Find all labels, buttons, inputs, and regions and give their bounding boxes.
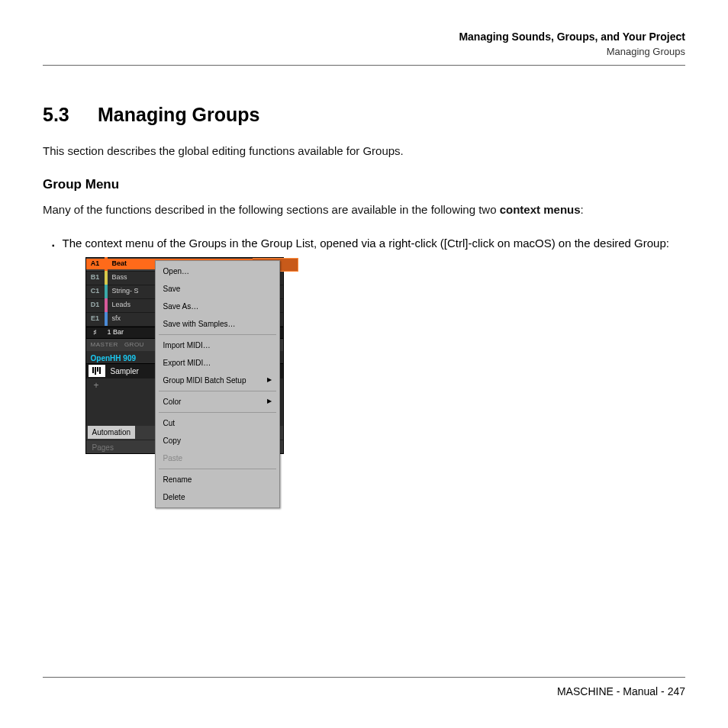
screenshot: Pattern 2 A1BeatB1BassC1String- SD1Leads… <box>85 257 284 454</box>
automation-tab[interactable]: Automation <box>88 426 136 439</box>
group-slot[interactable]: E1 <box>86 314 105 324</box>
menu-item-label: Paste <box>163 453 183 464</box>
group-menu-text-c: : <box>581 203 584 216</box>
page-footer: MASCHINE - Manual - 247 <box>43 677 685 697</box>
sampler-label: Sampler <box>108 366 139 377</box>
bar-label: 1 Bar <box>105 327 124 338</box>
grid-icon: ♯ <box>86 327 105 338</box>
chevron-right-icon: ▶ <box>267 397 272 406</box>
group-slot[interactable]: B1 <box>86 272 105 283</box>
menu-item[interactable]: Save with Samples… <box>156 315 279 333</box>
group-menu-heading: Group Menu <box>43 177 685 192</box>
menu-item[interactable]: Open… <box>156 263 279 280</box>
menu-item-label: Copy <box>163 435 181 446</box>
section-heading: 5.3Managing Groups <box>43 104 685 126</box>
page-header: Managing Sounds, Groups, and Your Projec… <box>43 31 685 66</box>
header-chapter: Managing Sounds, Groups, and Your Projec… <box>43 31 685 43</box>
menu-separator <box>159 412 276 413</box>
menu-item-label: Rename <box>163 474 192 485</box>
menu-item: Paste <box>156 449 279 467</box>
group-slot[interactable]: D1 <box>86 300 105 311</box>
menu-separator <box>159 334 276 335</box>
menu-item-label: Open… <box>163 266 189 277</box>
group-menu-text-b: context menus <box>500 203 581 216</box>
menu-item[interactable]: Rename <box>156 471 279 488</box>
menu-item[interactable]: Group MIDI Batch Setup▶ <box>156 372 279 389</box>
menu-item[interactable]: Save <box>156 280 279 298</box>
menu-item[interactable]: Export MIDI… <box>156 354 279 372</box>
section-title: Managing Groups <box>98 104 260 125</box>
menu-item-label: Save <box>163 283 181 295</box>
menu-item-label: Export MIDI… <box>163 357 211 369</box>
menu-item[interactable]: Cut <box>156 414 279 432</box>
bullet-text: The context menu of the Groups in the Gr… <box>63 235 685 253</box>
menu-item-label: Save with Samples… <box>163 318 236 330</box>
group-menu-text-a: Many of the functions described in the f… <box>43 203 500 216</box>
menu-item[interactable]: Copy <box>156 432 279 449</box>
menu-item-label: Import MIDI… <box>163 340 211 351</box>
context-menu[interactable]: Open…SaveSave As…Save with Samples…Impor… <box>155 260 280 508</box>
intro-paragraph: This section describes the global editin… <box>43 143 685 160</box>
menu-item[interactable]: Import MIDI… <box>156 337 279 354</box>
section-number: 5.3 <box>43 104 98 126</box>
menu-item-label: Cut <box>163 417 176 429</box>
menu-item-label: Delete <box>163 491 185 503</box>
chevron-right-icon: ▶ <box>267 375 272 385</box>
menu-item[interactable]: Delete <box>156 488 279 506</box>
menu-separator <box>159 469 276 469</box>
menu-item-label: Group MIDI Batch Setup <box>163 375 246 386</box>
bullet-content: The context menu of the Groups in the Gr… <box>63 235 685 454</box>
bullet-item: ▪ The context menu of the Groups in the … <box>52 235 685 454</box>
group-menu-paragraph: Many of the functions described in the f… <box>43 201 685 219</box>
menu-item-label: Color <box>163 396 182 407</box>
header-section: Managing Groups <box>43 46 685 57</box>
sampler-icon <box>89 365 105 377</box>
tab-master[interactable]: MASTER <box>91 340 118 350</box>
group-slot[interactable]: C1 <box>86 286 105 297</box>
menu-separator <box>159 391 276 391</box>
menu-item-label: Save As… <box>163 301 199 312</box>
bullet-marker: ▪ <box>52 235 55 454</box>
menu-item[interactable]: Color▶ <box>156 393 279 411</box>
menu-item[interactable]: Save As… <box>156 298 279 315</box>
tab-group[interactable]: GROU <box>124 340 144 350</box>
group-slot[interactable]: A1 <box>86 259 105 269</box>
